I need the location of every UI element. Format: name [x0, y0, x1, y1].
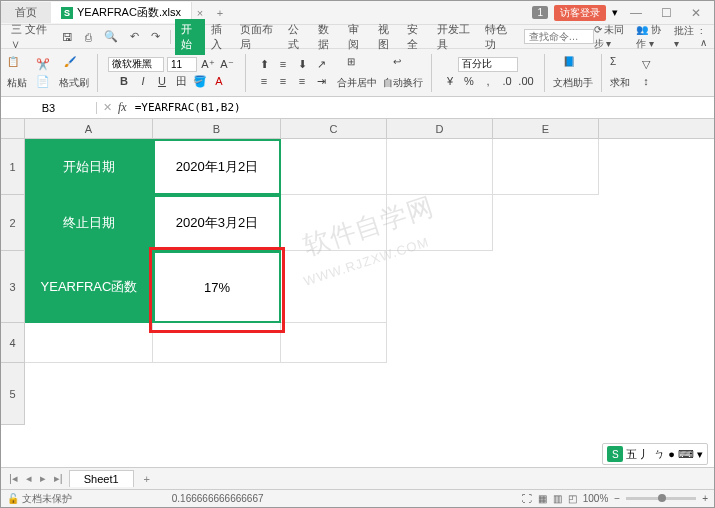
- qat-undo-icon[interactable]: ↶: [124, 27, 145, 46]
- cell-b3[interactable]: 17%: [153, 251, 281, 323]
- cell-c3[interactable]: [281, 251, 387, 323]
- doc-helper-button[interactable]: 📘 文档助手: [553, 56, 593, 90]
- ime-dropdown-icon[interactable]: ▾: [697, 448, 703, 461]
- cell-a4[interactable]: [25, 323, 153, 363]
- tab-dev[interactable]: 开发工具: [431, 19, 479, 55]
- underline-icon[interactable]: U: [154, 73, 170, 89]
- qat-save-icon[interactable]: 🖫: [56, 28, 79, 46]
- cell-b2[interactable]: 2020年3月2日: [153, 195, 281, 251]
- sync-status[interactable]: ⟳ 未同步 ▾: [594, 23, 633, 51]
- comma-icon[interactable]: ,: [480, 73, 496, 89]
- cell-b1[interactable]: 2020年1月2日: [153, 139, 281, 195]
- increase-font-icon[interactable]: A⁺: [200, 56, 216, 72]
- col-header-e[interactable]: E: [493, 119, 599, 138]
- qat-redo-icon[interactable]: ↷: [145, 27, 166, 46]
- format-painter-button[interactable]: 🖌️ 格式刷: [59, 56, 89, 90]
- cell-c1[interactable]: [281, 139, 387, 195]
- row-header-5[interactable]: 5: [1, 363, 24, 425]
- cell-c4[interactable]: [281, 323, 387, 363]
- close-icon[interactable]: ✕: [684, 6, 708, 20]
- col-header-a[interactable]: A: [25, 119, 153, 138]
- decimal-inc-icon[interactable]: .0: [499, 73, 515, 89]
- sheet-nav-next-icon[interactable]: ▸: [38, 472, 48, 485]
- notification-badge[interactable]: 1: [532, 6, 548, 19]
- ime-toolbar[interactable]: S 五 丿 ㄅ ● ⌨ ▾: [602, 443, 708, 465]
- formula-input[interactable]: [133, 99, 284, 116]
- font-family-select[interactable]: [108, 57, 164, 72]
- cell-a2[interactable]: 终止日期: [25, 195, 153, 251]
- fullscreen-icon[interactable]: ◰: [568, 493, 577, 504]
- reading-view-icon[interactable]: ⛶: [522, 493, 532, 504]
- zoom-out-icon[interactable]: −: [614, 493, 620, 504]
- tab-start[interactable]: 开始: [175, 19, 205, 55]
- titlebar-dropdown[interactable]: ▾: [612, 6, 618, 19]
- col-header-b[interactable]: B: [153, 119, 281, 138]
- fx-icon[interactable]: fx: [118, 100, 127, 115]
- align-center-icon[interactable]: ≡: [275, 73, 291, 89]
- ime-punct-icon[interactable]: ㄅ: [654, 447, 665, 462]
- zoom-in-icon[interactable]: +: [702, 493, 708, 504]
- ime-keyboard-icon[interactable]: ⌨: [678, 448, 694, 461]
- tab-review[interactable]: 审阅: [342, 19, 372, 55]
- tab-data[interactable]: 数据: [312, 19, 342, 55]
- bold-icon[interactable]: B: [116, 73, 132, 89]
- row-header-3[interactable]: 3: [1, 251, 24, 323]
- file-tab[interactable]: S YEARFRAC函数.xlsx: [51, 2, 192, 23]
- sheet-nav-last-icon[interactable]: ▸|: [52, 472, 65, 485]
- tab-layout[interactable]: 页面布局: [234, 19, 282, 55]
- tab-security[interactable]: 安全: [401, 19, 431, 55]
- zoom-slider[interactable]: [626, 497, 696, 500]
- cell-d1[interactable]: [387, 139, 493, 195]
- indent-icon[interactable]: ⇥: [313, 73, 329, 89]
- login-button[interactable]: 访客登录: [554, 5, 606, 21]
- add-tab-icon[interactable]: +: [208, 7, 232, 19]
- sort-icon[interactable]: ↕: [638, 73, 654, 89]
- cell-b4[interactable]: [153, 323, 281, 363]
- currency-icon[interactable]: ¥: [442, 73, 458, 89]
- align-left-icon[interactable]: ≡: [256, 73, 272, 89]
- decrease-font-icon[interactable]: A⁻: [219, 56, 235, 72]
- fill-color-icon[interactable]: 🪣: [192, 73, 208, 89]
- qat-preview-icon[interactable]: 🔍: [98, 27, 124, 46]
- comment-button[interactable]: 批注 ▾: [674, 24, 696, 49]
- cell-a1[interactable]: 开始日期: [25, 139, 153, 195]
- add-sheet-icon[interactable]: +: [138, 473, 156, 485]
- font-color-icon[interactable]: A: [211, 73, 227, 89]
- select-all-corner[interactable]: [1, 119, 25, 139]
- tab-view[interactable]: 视图: [372, 19, 402, 55]
- ime-stroke-icon[interactable]: 丿: [640, 447, 651, 462]
- ime-mode-wubi[interactable]: 五: [626, 447, 637, 462]
- copy-icon[interactable]: 📄: [35, 73, 51, 89]
- command-search-input[interactable]: [524, 29, 594, 44]
- sheet-tab[interactable]: Sheet1: [69, 470, 134, 487]
- page-view-icon[interactable]: ▥: [553, 493, 562, 504]
- tab-insert[interactable]: 插入: [205, 19, 235, 55]
- maximize-icon[interactable]: ☐: [654, 6, 678, 20]
- sheet-nav-first-icon[interactable]: |◂: [7, 472, 20, 485]
- paste-button[interactable]: 📋 粘贴: [7, 56, 27, 90]
- normal-view-icon[interactable]: ▦: [538, 493, 547, 504]
- qat-print-icon[interactable]: ⎙: [79, 28, 98, 46]
- font-size-select[interactable]: [167, 57, 197, 72]
- align-top-icon[interactable]: ⬆: [256, 56, 272, 72]
- italic-icon[interactable]: I: [135, 73, 151, 89]
- minimize-icon[interactable]: —: [624, 6, 648, 20]
- row-header-4[interactable]: 4: [1, 323, 24, 363]
- collab-button[interactable]: 👥 协作 ▾: [636, 23, 670, 51]
- align-right-icon[interactable]: ≡: [294, 73, 310, 89]
- tab-formula[interactable]: 公式: [282, 19, 312, 55]
- row-header-2[interactable]: 2: [1, 195, 24, 251]
- cut-icon[interactable]: ✂️: [35, 56, 51, 72]
- filter-icon[interactable]: ▽: [638, 56, 654, 72]
- cell-a3[interactable]: YEARFRAC函数: [25, 251, 153, 323]
- tab-special[interactable]: 特色功: [479, 19, 518, 55]
- cell-e1[interactable]: [493, 139, 599, 195]
- file-menu[interactable]: 三 文件 ∨: [5, 19, 56, 55]
- menu-more-icon[interactable]: ∶ ∧: [700, 26, 710, 48]
- cell-d2[interactable]: [387, 195, 493, 251]
- cancel-formula-icon[interactable]: ✕: [103, 101, 112, 114]
- spreadsheet-grid[interactable]: A B C D E 1 2 3 4 5 开始日期 2020年1月2日 终止日期 …: [1, 119, 714, 485]
- percent-icon[interactable]: %: [461, 73, 477, 89]
- col-header-c[interactable]: C: [281, 119, 387, 138]
- number-format-select[interactable]: [458, 57, 518, 72]
